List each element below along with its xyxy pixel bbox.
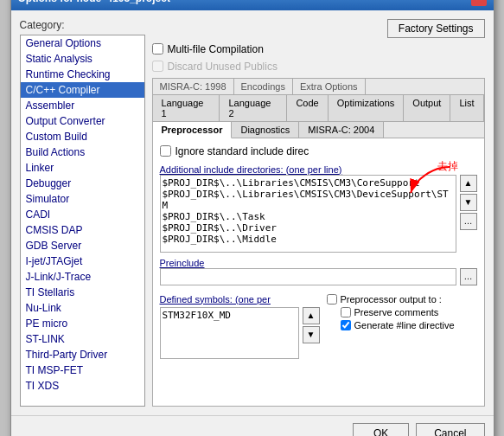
preprocessor-output-label: Preprocessor output to :	[341, 294, 442, 305]
lang1-tab[interactable]: Language 1	[153, 95, 220, 121]
preinclude-browse-button[interactable]: …	[460, 268, 477, 285]
sidebar-item-simulator[interactable]: Simulator	[21, 191, 144, 207]
defined-symbols-left: Defined symbols: (one per ▲ ▼	[160, 294, 320, 359]
preserve-comments-checkbox[interactable]	[341, 307, 351, 317]
sidebar-item-general-options[interactable]: General Options	[21, 35, 144, 51]
multifile-checkbox[interactable]	[152, 43, 163, 54]
include-dir-buttons: ▲ ▼ …	[460, 175, 477, 253]
misra-1998-tab[interactable]: MISRA-C: 1998	[153, 79, 234, 94]
include-browse-button[interactable]: …	[460, 213, 477, 230]
preserve-comments-label: Preserve comments	[354, 307, 439, 317]
include-dirs-textarea[interactable]	[160, 175, 456, 253]
dialog-footer: OK Cancel	[11, 415, 494, 437]
encodings-tab[interactable]: Encodings	[234, 79, 293, 94]
include-down-button[interactable]: ▼	[460, 194, 477, 211]
sidebar-item-runtime-checking[interactable]: Runtime Checking	[21, 67, 144, 82]
diagnostics-tab[interactable]: Diagnostics	[232, 122, 299, 138]
dialog-body: Category: General Options Static Analysi…	[11, 10, 494, 415]
generate-line-label: Generate #line directive	[354, 320, 455, 330]
sidebar-item-ti-stellaris[interactable]: TI Stellaris	[21, 285, 144, 300]
tab-content: Ignore standard include direc Additional…	[153, 138, 484, 406]
sidebar-item-cpp-compiler[interactable]: C/C++ Compiler	[21, 82, 144, 98]
ignore-row: Ignore standard include direc	[160, 145, 477, 157]
defined-symbols-textarea[interactable]	[160, 307, 299, 359]
sidebar-item-st-link[interactable]: ST-LINK	[21, 331, 144, 347]
sidebar-item-static-analysis[interactable]: Static Analysis	[21, 51, 144, 67]
main-panel: Factory Settings Multi-file Compilation …	[152, 19, 485, 407]
ignore-label: Ignore standard include direc	[175, 145, 309, 157]
sidebar-item-debugger[interactable]: Debugger	[21, 176, 144, 191]
generate-line-row: Generate #line directive	[327, 320, 477, 330]
preinclude-row: …	[160, 268, 477, 285]
sidebar-item-jlink[interactable]: J-Link/J-Trace	[21, 269, 144, 285]
sidebar-item-output-converter[interactable]: Output Converter	[21, 113, 144, 129]
tabs-container: MISRA-C: 1998 Encodings Extra Options La…	[152, 78, 485, 407]
sidebar-item-ti-xds[interactable]: TI XDS	[21, 378, 144, 394]
include-dirs-wrapper: ▲ ▼ …	[160, 175, 477, 253]
discard-checkbox[interactable]	[152, 61, 163, 72]
def-sym-down-button[interactable]: ▼	[303, 326, 320, 343]
close-button[interactable]: ✕	[471, 0, 487, 6]
additional-include-title: Additional include directories: (one per…	[160, 164, 477, 175]
sidebar-item-nu-link[interactable]: Nu-Link	[21, 300, 144, 316]
preinclude-label: Preinclude	[160, 258, 477, 268]
sidebar-item-third-party[interactable]: Third-Party Driver	[21, 347, 144, 362]
sidebar-item-ti-msp-fet[interactable]: TI MSP-FET	[21, 362, 144, 378]
sidebar-item-cmsis-dap[interactable]: CMSIS DAP	[21, 222, 144, 238]
output-tab[interactable]: Output	[404, 95, 450, 121]
optimizations-tab[interactable]: Optimizations	[329, 95, 405, 121]
ignore-checkbox[interactable]	[160, 145, 171, 157]
preinclude-input[interactable]	[160, 268, 456, 285]
category-list: General Options Static Analysis Runtime …	[20, 35, 145, 407]
tabs-row1: MISRA-C: 1998 Encodings Extra Options	[153, 79, 484, 95]
category-panel: Category: General Options Static Analysi…	[20, 19, 145, 407]
preprocessor-tab[interactable]: Preprocessor	[153, 122, 233, 138]
def-sym-buttons: ▲ ▼	[303, 307, 320, 359]
factory-settings-button[interactable]: Factory Settings	[387, 19, 485, 38]
top-row: Factory Settings	[152, 19, 485, 38]
include-up-button[interactable]: ▲	[460, 175, 477, 192]
defined-symbols-section: Defined symbols: (one per ▲ ▼	[160, 294, 477, 359]
sidebar-item-ijet[interactable]: I-jet/JTAGjet	[21, 253, 144, 269]
options-dialog: Options for node "f103_project" ✕ Catego…	[10, 0, 494, 436]
multifile-row: Multi-file Compilation	[152, 43, 485, 55]
preprocessor-output-checkbox[interactable]	[327, 294, 337, 305]
ok-button[interactable]: OK	[353, 423, 409, 437]
code-tab[interactable]: Code	[287, 95, 328, 121]
generate-line-checkbox[interactable]	[341, 320, 351, 330]
sidebar-item-build-actions[interactable]: Build Actions	[21, 144, 144, 160]
def-sym-wrapper: ▲ ▼	[160, 307, 320, 359]
lang2-tab[interactable]: Language 2	[220, 95, 287, 121]
tabs-row2: Language 1 Language 2 Code Optimizations…	[153, 95, 484, 122]
title-bar: Options for node "f103_project" ✕	[11, 0, 494, 10]
sidebar-item-cadi[interactable]: CADI	[21, 207, 144, 222]
defined-symbols-title: Defined symbols: (one per	[160, 294, 320, 305]
sidebar-item-linker[interactable]: Linker	[21, 160, 144, 176]
discard-row: Discard Unused Publics	[152, 61, 485, 73]
include-dirs-section: Additional include directories: (one per…	[160, 163, 477, 253]
def-sym-up-button[interactable]: ▲	[303, 307, 320, 324]
extra-options-tab[interactable]: Extra Options	[293, 79, 366, 94]
sidebar-item-pe-micro[interactable]: PE micro	[21, 316, 144, 331]
dialog-title: Options for node "f103_project"	[18, 0, 175, 4]
discard-label: Discard Unused Publics	[168, 61, 278, 73]
preinclude-section: Preinclude …	[160, 258, 477, 285]
sidebar-item-custom-build[interactable]: Custom Build	[21, 129, 144, 144]
multifile-label: Multi-file Compilation	[168, 43, 264, 55]
defined-symbols-right: Preprocessor output to : Preserve commen…	[327, 294, 477, 359]
sidebar-item-gdb-server[interactable]: GDB Server	[21, 238, 144, 253]
preprocessor-output-row: Preprocessor output to :	[327, 294, 477, 305]
tabs-row3: Preprocessor Diagnostics MISRA-C: 2004	[153, 122, 484, 138]
category-label: Category:	[20, 19, 145, 31]
list-tab[interactable]: List	[450, 95, 483, 121]
cancel-button[interactable]: Cancel	[416, 423, 484, 437]
sidebar-item-assembler[interactable]: Assembler	[21, 98, 144, 113]
preserve-comments-row: Preserve comments	[327, 307, 477, 317]
misra2004-tab[interactable]: MISRA-C: 2004	[299, 122, 384, 138]
